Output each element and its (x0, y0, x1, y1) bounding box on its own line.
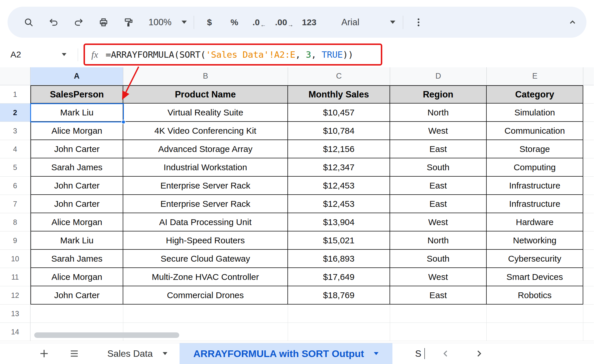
row-header-11[interactable]: 11 (0, 268, 30, 286)
cell-E10[interactable]: Cybersecurity (487, 250, 583, 268)
row-header-14[interactable]: 14 (0, 323, 30, 341)
cell-D5[interactable]: South (390, 158, 487, 177)
row-header-1[interactable]: 1 (0, 85, 30, 104)
cell-C4[interactable]: $12,156 (288, 140, 390, 158)
row-header-4[interactable]: 4 (0, 140, 30, 158)
cell-B11[interactable]: Multi-Zone HVAC Controller (123, 268, 288, 286)
format-currency-button[interactable]: $ (197, 10, 222, 35)
cell-B5[interactable]: Industrial Workstation (123, 158, 288, 177)
cell-B8[interactable]: AI Data Processing Unit (123, 213, 288, 231)
row-header-2[interactable]: 2 (0, 104, 30, 122)
row-header-8[interactable]: 8 (0, 213, 30, 231)
scroll-tabs-left-button[interactable] (439, 347, 452, 360)
cell-E9[interactable]: Networking (487, 231, 583, 250)
cell-A14[interactable] (30, 323, 123, 341)
row-header-13[interactable]: 13 (0, 305, 30, 323)
horizontal-scrollbar-thumb[interactable] (34, 332, 179, 338)
column-header-B[interactable]: B (123, 67, 288, 85)
cell-A7[interactable]: John Carter (30, 195, 123, 213)
row-header-3[interactable]: 3 (0, 122, 30, 140)
cell-A3[interactable]: Alice Morgan (30, 122, 123, 140)
cell-D1[interactable]: Region (390, 85, 487, 104)
cell-E12[interactable]: Robotics (487, 286, 583, 305)
row-header-7[interactable]: 7 (0, 195, 30, 213)
cell-E6[interactable]: Infrastructure (487, 177, 583, 195)
cell-A8[interactable]: Alice Morgan (30, 213, 123, 231)
print-button[interactable] (91, 10, 116, 35)
cell-C6[interactable]: $12,453 (288, 177, 390, 195)
cell-B6[interactable]: Enterprise Server Rack (123, 177, 288, 195)
cell-B3[interactable]: 4K Video Conferencing Kit (123, 122, 288, 140)
cell-B2[interactable]: Virtual Reality Suite (123, 104, 288, 122)
cell-A11[interactable]: Alice Morgan (30, 268, 123, 286)
cell-E8[interactable]: Hardware (487, 213, 583, 231)
row-header-6[interactable]: 6 (0, 177, 30, 195)
formula-input[interactable]: =ARRAYFORMULA(SORT('Sales Data'!A2:E, 3,… (106, 49, 353, 60)
cell-E2[interactable]: Simulation (487, 104, 583, 122)
cell-C9[interactable]: $15,021 (288, 231, 390, 250)
cell-C13[interactable] (288, 305, 390, 323)
cell-D12[interactable]: East (390, 286, 487, 305)
cell-D9[interactable]: North (390, 231, 487, 250)
cell-D3[interactable]: West (390, 122, 487, 140)
cell-C10[interactable]: $16,893 (288, 250, 390, 268)
hide-menus-button[interactable] (563, 13, 582, 32)
cell-A10[interactable]: Sarah James (30, 250, 123, 268)
row-header-12[interactable]: 12 (0, 286, 30, 305)
cell-A12[interactable]: John Carter (30, 286, 123, 305)
increase-decimal-button[interactable]: .00 → (272, 10, 297, 35)
cell-A13[interactable] (30, 305, 123, 323)
cell-A5[interactable]: Sarah James (30, 158, 123, 177)
cell-E7[interactable]: Infrastructure (487, 195, 583, 213)
search-button[interactable] (16, 10, 41, 35)
more-formats-button[interactable]: 123 (297, 10, 322, 35)
cell-E13[interactable] (487, 305, 583, 323)
cell-D2[interactable]: North (390, 104, 487, 122)
redo-button[interactable] (66, 10, 91, 35)
font-selector[interactable]: Arial (337, 12, 400, 32)
cell-B13[interactable] (123, 305, 288, 323)
cell-B14[interactable] (123, 323, 288, 341)
cell-B4[interactable]: Advanced Storage Array (123, 140, 288, 158)
cell-C7[interactable]: $12,453 (288, 195, 390, 213)
name-box[interactable]: A2 (6, 46, 68, 63)
fill-handle[interactable] (121, 120, 126, 124)
cell-D14[interactable] (390, 323, 487, 341)
cell-D10[interactable]: South (390, 250, 487, 268)
cell-B12[interactable]: Commercial Drones (123, 286, 288, 305)
sheet-tab-arrayformula-output[interactable]: ARRAYFORMULA with SORT Output (180, 343, 393, 364)
row-header-10[interactable]: 10 (0, 250, 30, 268)
format-percent-button[interactable]: % (222, 10, 247, 35)
cell-B7[interactable]: Enterprise Server Rack (123, 195, 288, 213)
cell-A6[interactable]: John Carter (30, 177, 123, 195)
cell-C1[interactable]: Monthly Sales (288, 85, 390, 104)
cell-B9[interactable]: High-Speed Routers (123, 231, 288, 250)
paint-format-button[interactable] (116, 10, 141, 35)
cell-C3[interactable]: $10,784 (288, 122, 390, 140)
zoom-selector[interactable]: 100% (144, 12, 191, 32)
row-header-9[interactable]: 9 (0, 231, 30, 250)
more-options-button[interactable] (406, 10, 431, 35)
add-sheet-button[interactable] (38, 347, 50, 360)
cell-A2[interactable]: Mark Liu (30, 104, 123, 122)
column-header-E[interactable]: E (487, 67, 583, 85)
decrease-decimal-button[interactable]: .0 ← (247, 10, 272, 35)
cell-C12[interactable]: $18,769 (288, 286, 390, 305)
undo-button[interactable] (41, 10, 66, 35)
cell-D13[interactable] (390, 305, 487, 323)
cell-D4[interactable]: East (390, 140, 487, 158)
cell-D11[interactable]: West (390, 268, 487, 286)
cell-A9[interactable]: Mark Liu (30, 231, 123, 250)
column-header-C[interactable]: C (288, 67, 390, 85)
cell-C2[interactable]: $10,457 (288, 104, 390, 122)
cell-D8[interactable]: West (390, 213, 487, 231)
sheet-tab-partial[interactable]: S (415, 348, 421, 359)
cell-E4[interactable]: Storage (487, 140, 583, 158)
cell-C8[interactable]: $13,904 (288, 213, 390, 231)
cell-E3[interactable]: Communication (487, 122, 583, 140)
column-header-D[interactable]: D (390, 67, 487, 85)
cell-B10[interactable]: Secure Cloud Gateway (123, 250, 288, 268)
cell-B1[interactable]: Product Name (123, 85, 288, 104)
column-header-A[interactable]: A (30, 67, 123, 85)
select-all-corner[interactable] (0, 67, 30, 85)
